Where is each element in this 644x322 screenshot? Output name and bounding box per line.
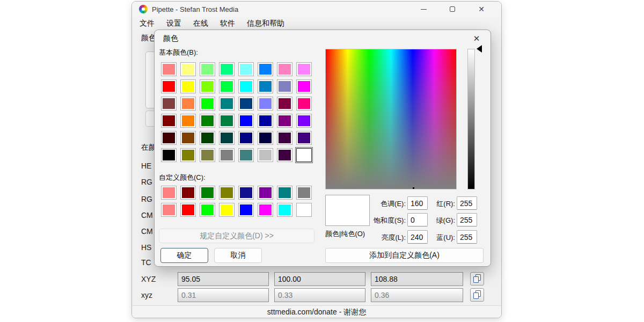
basic-color-swatch[interactable] xyxy=(296,97,312,111)
basic-color-swatch[interactable] xyxy=(219,62,235,76)
basic-color-swatch[interactable] xyxy=(161,97,177,111)
xyz-norm-z-input[interactable] xyxy=(371,291,472,299)
ok-button[interactable]: 确定 xyxy=(160,248,208,263)
red-input[interactable] xyxy=(457,197,477,209)
xyz-z-input[interactable] xyxy=(371,275,472,283)
basic-color-swatch[interactable] xyxy=(180,97,196,111)
basic-color-swatch[interactable] xyxy=(180,62,196,76)
xyz-norm-x-input[interactable] xyxy=(178,291,279,299)
basic-color-swatch[interactable] xyxy=(238,62,254,76)
basic-color-swatch[interactable] xyxy=(219,97,235,111)
basic-color-swatch[interactable] xyxy=(200,131,215,145)
hue-saturation-field[interactable] xyxy=(325,49,457,189)
custom-color-swatch[interactable] xyxy=(200,186,215,200)
custom-color-swatch[interactable] xyxy=(238,203,254,217)
basic-color-swatch[interactable] xyxy=(238,131,254,145)
basic-color-swatch[interactable] xyxy=(219,148,235,162)
copy-xyz-button[interactable] xyxy=(470,272,484,286)
basic-color-swatch[interactable] xyxy=(180,79,196,93)
basic-color-swatch[interactable] xyxy=(219,131,235,145)
basic-color-swatch[interactable] xyxy=(258,79,273,93)
swatch-fill xyxy=(201,204,214,215)
menu-software[interactable]: 软件 xyxy=(216,17,239,30)
swatch-fill xyxy=(221,115,233,126)
basic-color-swatch[interactable] xyxy=(200,79,215,93)
green-field xyxy=(457,213,477,226)
basic-color-swatch[interactable] xyxy=(277,114,292,128)
custom-color-swatch[interactable] xyxy=(277,203,292,217)
basic-color-swatch[interactable] xyxy=(219,79,235,93)
basic-color-swatch[interactable] xyxy=(161,131,177,145)
basic-color-swatch[interactable] xyxy=(238,79,254,93)
custom-color-swatch[interactable] xyxy=(161,186,177,200)
menu-settings[interactable]: 设置 xyxy=(162,17,186,30)
basic-color-swatch[interactable] xyxy=(219,114,235,128)
luminance-slider[interactable] xyxy=(467,49,475,189)
basic-color-swatch[interactable] xyxy=(258,97,273,111)
row-label-cmy: CM xyxy=(141,211,153,219)
basic-color-swatch[interactable] xyxy=(180,131,196,145)
color-field-marker xyxy=(413,187,414,189)
custom-color-swatch[interactable] xyxy=(238,186,254,200)
basic-color-swatch[interactable] xyxy=(296,131,312,145)
dialog-close-button[interactable]: ✕ xyxy=(470,32,483,45)
xyz-x-input[interactable] xyxy=(178,275,279,283)
menu-online[interactable]: 在线 xyxy=(189,17,213,30)
basic-color-swatch[interactable] xyxy=(238,148,254,162)
custom-color-swatch[interactable] xyxy=(219,186,235,200)
copy-xyz-norm-button[interactable] xyxy=(470,288,484,302)
custom-color-swatch[interactable] xyxy=(200,203,215,217)
luminance-slider-arrow-icon[interactable] xyxy=(477,45,482,53)
xyz-y-input[interactable] xyxy=(275,275,375,283)
menu-file[interactable]: 文件 xyxy=(135,17,159,30)
basic-color-swatch[interactable] xyxy=(258,62,273,76)
xyz-norm-y-input[interactable] xyxy=(275,291,375,299)
green-input[interactable] xyxy=(457,214,477,226)
basic-color-swatch[interactable] xyxy=(238,97,254,111)
basic-color-swatch[interactable] xyxy=(200,62,215,76)
basic-color-swatch[interactable] xyxy=(161,148,177,162)
define-custom-colors-button[interactable]: 规定自定义颜色(D) >> xyxy=(159,229,314,243)
basic-color-swatch[interactable] xyxy=(200,114,215,128)
xyz-norm-y-field xyxy=(274,288,365,302)
minimize-button[interactable] xyxy=(414,2,433,17)
close-button[interactable]: ✕ xyxy=(472,2,491,17)
cancel-button[interactable]: 取消 xyxy=(214,248,262,263)
basic-color-swatch[interactable] xyxy=(258,148,273,162)
basic-color-swatch[interactable] xyxy=(258,131,273,145)
basic-color-swatch[interactable] xyxy=(277,62,292,76)
basic-color-swatch[interactable] xyxy=(277,79,292,93)
custom-color-swatch[interactable] xyxy=(258,186,273,200)
basic-color-swatch[interactable] xyxy=(296,148,312,162)
custom-color-swatch[interactable] xyxy=(219,203,235,217)
blue-input[interactable] xyxy=(457,231,477,243)
basic-color-swatch[interactable] xyxy=(277,148,292,162)
custom-color-swatch[interactable] xyxy=(180,186,196,200)
basic-color-swatch[interactable] xyxy=(161,114,177,128)
basic-color-swatch[interactable] xyxy=(277,131,292,145)
add-to-custom-colors-button[interactable]: 添加到自定义颜色(A) xyxy=(325,248,484,263)
basic-color-swatch[interactable] xyxy=(161,79,177,93)
custom-color-swatch[interactable] xyxy=(180,203,196,217)
basic-color-swatch[interactable] xyxy=(277,97,292,111)
basic-color-swatch[interactable] xyxy=(180,114,196,128)
basic-color-swatch[interactable] xyxy=(200,97,215,111)
maximize-button[interactable] xyxy=(443,2,462,17)
swatch-fill xyxy=(163,187,175,198)
basic-color-swatch[interactable] xyxy=(180,148,196,162)
basic-color-swatch[interactable] xyxy=(200,148,215,162)
custom-color-swatch[interactable] xyxy=(161,203,177,217)
custom-color-swatch[interactable] xyxy=(296,186,312,200)
custom-color-swatch[interactable] xyxy=(277,186,292,200)
basic-color-swatch[interactable] xyxy=(258,114,273,128)
basic-color-swatch[interactable] xyxy=(238,114,254,128)
donate-link[interactable]: sttmedia.com/donate - 谢谢您 xyxy=(267,308,366,317)
custom-color-swatch[interactable] xyxy=(258,203,273,217)
basic-color-swatch[interactable] xyxy=(296,114,312,128)
custom-color-swatch[interactable] xyxy=(296,203,312,217)
menu-help[interactable]: 信息和帮助 xyxy=(243,17,289,30)
basic-color-swatch[interactable] xyxy=(161,62,177,76)
basic-color-swatch[interactable] xyxy=(296,79,312,93)
swatch-fill xyxy=(240,133,252,143)
basic-color-swatch[interactable] xyxy=(296,62,312,76)
